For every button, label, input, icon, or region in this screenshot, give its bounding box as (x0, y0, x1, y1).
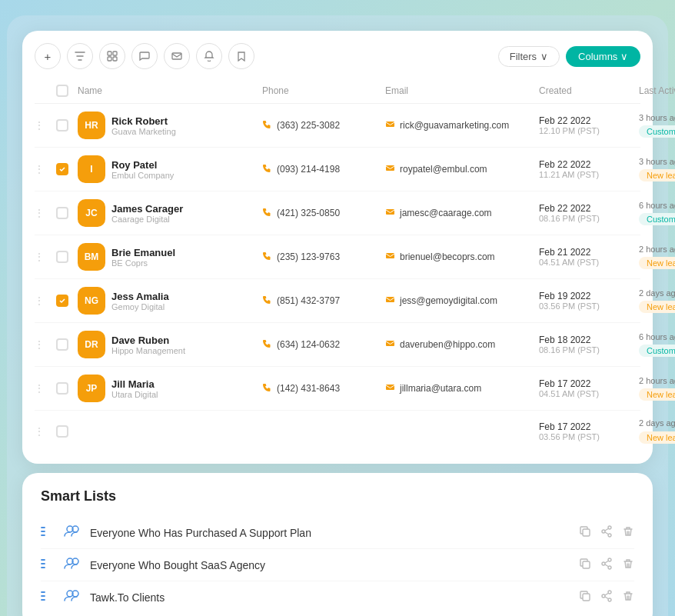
svg-point-16 (608, 534, 611, 537)
smart-list-label: Everyone Who Bought SaaS Agency (90, 559, 570, 571)
avatar: I (78, 155, 105, 183)
phone-icon (262, 119, 272, 132)
table-row: ⋮ HR Rick Robert Guava Marketing (363) 2… (35, 104, 640, 148)
add-button[interactable]: + (35, 43, 61, 69)
created-time: 03.56 PM (PST) (539, 301, 639, 311)
menu-lines-icon (41, 591, 55, 604)
created-time: 08.16 PM (PST) (539, 214, 639, 223)
created-date: Feb 17 2022 (539, 378, 639, 389)
share-icon[interactable] (600, 590, 613, 605)
contact-info: Roy Patel Embul Company (111, 159, 174, 180)
header-activity: Last Activity & Tags (639, 85, 675, 96)
share-icon[interactable] (600, 525, 613, 541)
svg-rect-5 (386, 122, 394, 127)
contact-company: Guava Marketing (111, 127, 176, 136)
created-cell: Feb 18 2022 08.16 PM (PST) (539, 335, 639, 355)
avatar: HR (78, 112, 105, 139)
created-cell: Feb 17 2022 04.51 AM (PST) (539, 378, 639, 398)
grid-icon-btn[interactable] (99, 43, 125, 69)
email-cell: brienuel@becoprs.com (385, 251, 539, 263)
phone-number: (851) 432-3797 (277, 295, 340, 306)
phone-icon (262, 338, 272, 351)
name-cell: HR Rick Robert Guava Marketing (78, 112, 262, 139)
chat-icon-btn[interactable] (131, 43, 158, 69)
email-icon (385, 119, 395, 132)
phone-cell: (421) 325-0850 (262, 207, 385, 219)
smart-lists-title: Smart Lists (41, 488, 634, 504)
tag-customer: Customer (639, 213, 675, 225)
contact-name: Dave Ruben (111, 335, 185, 346)
email-icon (385, 338, 395, 351)
drag-handle: ⋮ (35, 339, 56, 350)
drag-handle: ⋮ (35, 208, 56, 218)
copy-icon[interactable] (579, 590, 591, 605)
checkbox[interactable] (56, 295, 68, 307)
svg-point-28 (608, 598, 611, 601)
columns-button[interactable]: Columns ∨ (566, 46, 640, 67)
activity-cell: 2 hours ago New lead (639, 376, 675, 401)
created-cell: Feb 21 2022 04.51 AM (PST) (539, 247, 639, 267)
filter-icon-btn[interactable] (67, 43, 93, 69)
bell-icon-btn[interactable] (196, 43, 222, 69)
email-icon-btn[interactable] (164, 43, 190, 69)
email-cell: roypatel@embul.com (385, 163, 539, 175)
tag-newlead: New lead (639, 388, 675, 401)
created-cell: Feb 22 2022 11.21 AM (PST) (539, 159, 639, 179)
copy-icon[interactable] (579, 558, 591, 573)
tag-newlead: New lead (639, 431, 675, 444)
avatar: NG (78, 287, 105, 315)
filters-button[interactable]: Filters ∨ (498, 46, 560, 67)
checkbox[interactable] (56, 207, 68, 219)
contact-name: James Carager (111, 203, 183, 215)
phone-cell: (142) 431-8643 (262, 382, 385, 395)
copy-icon[interactable] (579, 525, 591, 541)
checkbox[interactable] (56, 119, 68, 132)
delete-icon[interactable] (622, 525, 634, 541)
contact-info: Dave Ruben Hippo Management (111, 335, 185, 355)
phone-cell: (634) 124-0632 (262, 338, 385, 351)
svg-rect-8 (386, 253, 394, 258)
phone-icon (262, 163, 272, 175)
activity-cell: 6 hours ago Customer (639, 201, 675, 225)
checkbox[interactable] (56, 163, 68, 175)
delete-icon[interactable] (622, 558, 634, 573)
email-address: daveruben@hippo.com (400, 339, 495, 350)
bookmark-icon-btn[interactable] (228, 43, 254, 69)
created-date: Feb 22 2022 (539, 203, 639, 214)
created-cell: Feb 17 2022 03.56 PM (PST) (539, 421, 639, 441)
svg-rect-10 (386, 341, 394, 346)
activity-cell: 6 hours ago Customer (639, 332, 675, 357)
contact-name: Jess Amalia (111, 291, 169, 302)
group-icon (64, 524, 81, 541)
table-row: ⋮ Feb 17 2022 03.56 PM (PST) 2 days ago … (35, 411, 640, 451)
svg-rect-3 (113, 57, 117, 61)
contact-company: BE Coprs (111, 258, 175, 268)
checkbox[interactable] (56, 338, 68, 351)
checkbox[interactable] (56, 425, 68, 438)
smart-list-actions (579, 590, 634, 605)
phone-number: (235) 123-9763 (277, 251, 340, 262)
svg-rect-26 (583, 594, 590, 601)
contact-name: Roy Patel (111, 159, 174, 171)
svg-rect-11 (386, 385, 394, 390)
svg-rect-6 (386, 165, 394, 171)
phone-number: (142) 431-8643 (277, 383, 340, 394)
contact-info: Brie Emanuel BE Coprs (111, 247, 175, 268)
checkbox[interactable] (56, 251, 68, 263)
contact-name: Rick Robert (111, 115, 176, 127)
activity-time: 2 days ago (639, 418, 675, 428)
checkbox[interactable] (56, 382, 68, 395)
name-cell: DR Dave Ruben Hippo Management (78, 331, 262, 358)
columns-label: Columns ∨ (578, 51, 628, 62)
tag-customer: Customer (639, 345, 675, 357)
created-date: Feb 22 2022 (539, 159, 639, 170)
email-cell: jillmaria@utara.com (385, 382, 539, 395)
smart-list-label: Everyone Who Has Purchased A Support Pla… (90, 527, 570, 539)
delete-icon[interactable] (622, 590, 634, 605)
smart-list-item: Everyone Who Bought SaaS Agency (41, 549, 634, 581)
outer-wrapper: + (7, 15, 668, 616)
activity-cell: 3 hours ago New lead+1 ∨ (639, 157, 675, 182)
phone-number: (421) 325-0850 (277, 208, 340, 218)
created-date: Feb 22 2022 (539, 115, 639, 126)
share-icon[interactable] (600, 558, 613, 573)
